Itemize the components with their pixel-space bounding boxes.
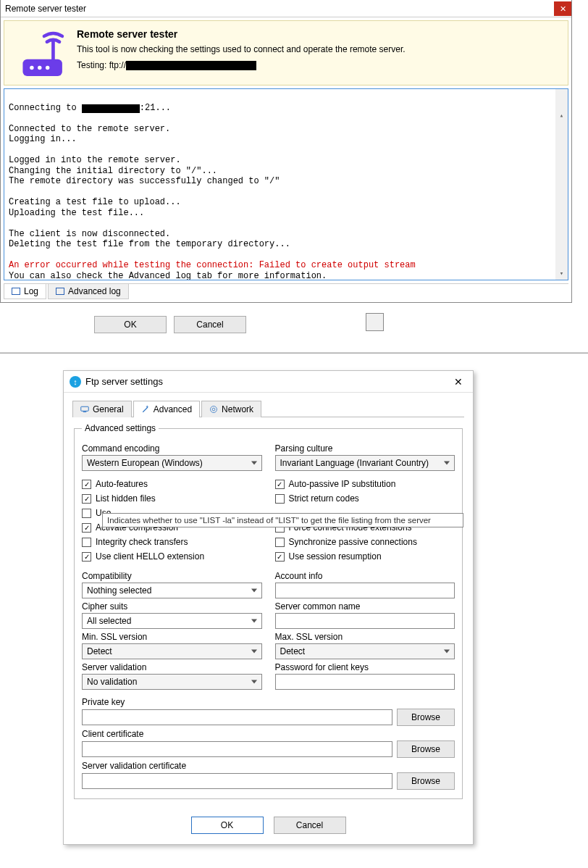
log-line: Deleting the test file from the temporar…: [9, 239, 290, 249]
tab-log-label: Log: [24, 286, 38, 296]
tab-advanced[interactable]: Advanced: [133, 401, 200, 417]
log-line: Connecting to: [9, 103, 82, 113]
sync-passive-checkbox[interactable]: [275, 538, 285, 547]
svg-point-1: [30, 66, 33, 70]
session-resumption-label: Use session resumption: [289, 551, 382, 562]
svg-rect-0: [22, 59, 62, 76]
close-icon[interactable]: ✕: [450, 376, 467, 388]
server-validation-certificate-label: Server validation certificate: [82, 761, 455, 771]
auto-features-checkbox[interactable]: [82, 480, 91, 489]
svg-rect-6: [83, 412, 87, 412]
tab-general-label: General: [93, 404, 124, 414]
advanced-settings-group: Advanced settings Command encoding Weste…: [74, 423, 463, 799]
log-line: Changing the initial directory to "/"...: [9, 166, 217, 176]
banner-testing: Testing: ftp://: [77, 60, 560, 70]
router-icon: [12, 28, 77, 79]
log-line: The remote directory was successfully ch…: [9, 176, 280, 186]
window-title: Remote server tester: [5, 4, 86, 14]
window-title: Ftp server settings: [85, 376, 163, 387]
sync-passive-label: Synchronize passive connections: [289, 537, 417, 547]
tab-advanced-label: Advanced: [154, 404, 192, 414]
redacted-url: [126, 61, 256, 70]
separator: [0, 352, 588, 354]
hello-extension-label: Use client HELLO extension: [96, 551, 204, 562]
log-line: Creating a test file to upload...: [9, 197, 181, 207]
banner-subtitle: This tool is now checking the settings u…: [77, 44, 560, 54]
testing-prefix: Testing: ftp://: [77, 60, 126, 70]
banner-title: Remote server tester: [77, 28, 560, 40]
password-client-keys-label: Password for client keys: [275, 662, 455, 672]
private-key-input[interactable]: [82, 709, 392, 725]
cipher-suits-label: Cipher suits: [82, 601, 262, 612]
remote-server-tester-window: Remote server tester ✕ Remote server tes…: [0, 0, 572, 303]
ok-button[interactable]: OK: [94, 316, 167, 333]
server-validation-select[interactable]: No validation: [82, 674, 262, 690]
redacted-host: [82, 104, 140, 113]
log-line: Logging in...: [9, 134, 77, 144]
ok-button[interactable]: OK: [191, 817, 264, 834]
password-client-keys-input[interactable]: [275, 674, 455, 690]
scrollbar[interactable]: ▴ ▾: [555, 89, 568, 280]
banner: Remote server tester This tool is now ch…: [4, 20, 568, 85]
tab-log[interactable]: Log: [4, 284, 46, 299]
window-titlebar: ↕ Ftp server settings ✕: [64, 371, 473, 393]
parsing-culture-select[interactable]: Invariant Language (Invariant Country): [275, 455, 455, 471]
tab-general[interactable]: General: [72, 401, 132, 417]
session-resumption-checkbox[interactable]: [275, 552, 285, 562]
ftp-icon: ↕: [70, 376, 81, 388]
server-validation-certificate-browse-button[interactable]: Browse: [397, 772, 455, 790]
window-titlebar: Remote server tester ✕: [1, 0, 571, 17]
server-common-name-input[interactable]: [275, 613, 455, 629]
compatibility-select[interactable]: Nothing selected: [82, 583, 262, 598]
account-info-input[interactable]: [275, 583, 455, 598]
monitor-icon: [80, 405, 89, 414]
tab-advanced-log-label: Advanced log: [68, 286, 121, 296]
auto-passive-checkbox[interactable]: [275, 480, 285, 489]
account-info-label: Account info: [275, 571, 455, 581]
advanced-settings-legend: Advanced settings: [82, 423, 159, 433]
list-la-tooltip: Indicates whether to use "LIST -la" inst…: [102, 513, 463, 527]
svg-point-11: [211, 406, 217, 413]
advanced-log-tab-icon: [56, 288, 64, 295]
log-tab-icon: [12, 288, 20, 295]
close-icon[interactable]: ✕: [554, 1, 571, 16]
max-ssl-version-label: Max. SSL version: [275, 632, 455, 642]
log-line: The client is now disconnected.: [9, 229, 170, 239]
cipher-suits-select[interactable]: All selected: [82, 613, 262, 629]
log-line: Uploading the test file...: [9, 208, 144, 218]
min-ssl-version-select[interactable]: Detect: [82, 643, 262, 659]
svg-line-7: [143, 407, 148, 412]
integrity-check-checkbox[interactable]: [82, 538, 91, 547]
auto-features-label: Auto-features: [96, 479, 148, 489]
min-ssl-version-label: Min. SSL version: [82, 632, 262, 642]
tab-network[interactable]: Network: [201, 401, 261, 417]
private-key-browse-button[interactable]: Browse: [397, 709, 455, 726]
tab-advanced-log[interactable]: Advanced log: [48, 284, 129, 299]
max-ssl-version-select[interactable]: Detect: [275, 643, 455, 659]
wand-icon: [141, 405, 150, 414]
auto-passive-label: Auto-passive IP substitution: [289, 479, 396, 489]
scroll-down-icon[interactable]: ▾: [555, 268, 568, 280]
command-encoding-select[interactable]: Western European (Windows): [82, 455, 262, 471]
svg-rect-5: [81, 406, 89, 411]
integrity-check-label: Integrity check transfers: [96, 537, 188, 547]
strict-return-codes-checkbox[interactable]: [275, 494, 285, 504]
log-line: :21...: [140, 103, 171, 113]
compatibility-label: Compatibility: [82, 571, 262, 581]
use-list-la-checkbox[interactable]: [82, 509, 91, 518]
cancel-button[interactable]: Cancel: [274, 817, 346, 834]
hello-extension-checkbox[interactable]: [82, 552, 91, 562]
list-hidden-files-checkbox[interactable]: [82, 494, 91, 504]
cancel-button[interactable]: Cancel: [174, 316, 246, 333]
scroll-up-icon[interactable]: ▴: [555, 110, 568, 122]
log-panel[interactable]: Connecting to :21... Connected to the re…: [4, 88, 568, 280]
client-certificate-browse-button[interactable]: Browse: [397, 740, 455, 758]
activate-compression-checkbox[interactable]: [82, 523, 91, 533]
log-line: Connected to the remote server.: [9, 124, 170, 134]
settings-tabstrip: General Advanced Network: [72, 400, 464, 417]
strict-return-codes-label: Strict return codes: [289, 493, 359, 504]
server-common-name-label: Server common name: [275, 601, 455, 612]
server-validation-certificate-input[interactable]: [82, 773, 392, 789]
log-tabstrip: Log Advanced log: [4, 283, 568, 299]
client-certificate-input[interactable]: [82, 741, 392, 757]
